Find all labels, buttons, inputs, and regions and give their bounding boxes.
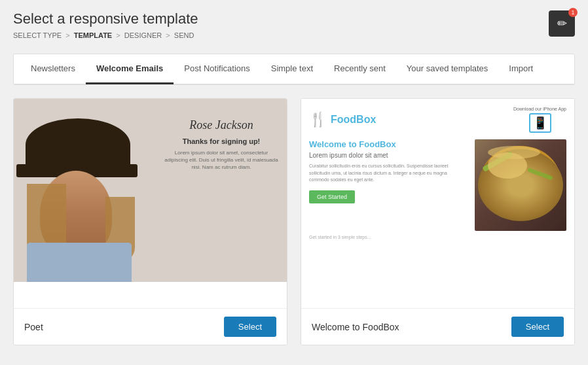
foodbox-card-footer: Welcome to FoodBox Select [301, 308, 574, 345]
breadcrumb-designer: DESIGNER [124, 31, 162, 39]
page-wrapper: Select a responsive template SELECT TYPE… [0, 0, 588, 365]
hat-top [26, 118, 130, 171]
foodbox-bottom-text: Get started in 3 simple steps... [309, 235, 566, 239]
breadcrumb-select-type: SELECT TYPE [13, 31, 62, 39]
tabs-container: Newsletters Welcome Emails Post Notifica… [13, 54, 575, 85]
bowl-illustration [478, 149, 563, 221]
pencil-icon-button[interactable]: ✏ 1 [549, 10, 575, 37]
poet-tagline: Thanks for signing up! [162, 137, 280, 145]
foodbox-header: 🍴 FoodBox Download our iPhone App 📱 [309, 107, 566, 133]
page-title: Select a responsive template [13, 10, 198, 27]
template-card-foodbox: 🍴 FoodBox Download our iPhone App 📱 Welc… [301, 98, 575, 345]
poet-template-name: Poet [24, 322, 43, 332]
foodbox-logo: 🍴 FoodBox [309, 111, 376, 128]
breadcrumb-send: SEND [174, 31, 194, 39]
download-label: Download our iPhone App [513, 107, 566, 111]
get-started-button[interactable]: Get Started [309, 190, 355, 203]
foodbox-subheadline: Lorem ipsum dolor sit amet [309, 152, 468, 159]
tabs-nav: Newsletters Welcome Emails Post Notifica… [14, 54, 574, 84]
tab-simple-text[interactable]: Simple text [261, 54, 323, 84]
tab-your-saved-templates[interactable]: Your saved templates [396, 54, 499, 84]
templates-grid: View email in browser > Rose Jackson Tha… [13, 98, 575, 345]
poet-preview: View email in browser > Rose Jackson Tha… [14, 99, 287, 308]
template-card-poet: View email in browser > Rose Jackson Tha… [13, 98, 287, 345]
tab-recently-sent[interactable]: Recently sent [323, 54, 396, 84]
tab-newsletters[interactable]: Newsletters [20, 54, 86, 84]
foodbox-brand-name: FoodBox [331, 114, 376, 126]
tab-post-notifications[interactable]: Post Notifications [174, 54, 260, 84]
foodbox-food-image [475, 139, 566, 231]
breadcrumb-sep-1: > [65, 31, 69, 39]
breadcrumb-sep-2: > [116, 31, 120, 39]
foodbox-preview: 🍴 FoodBox Download our iPhone App 📱 Welc… [301, 99, 574, 308]
foodbox-template-name: Welcome to FoodBox [312, 322, 399, 332]
breadcrumb: SELECT TYPE > TEMPLATE > DESIGNER > SEND [13, 31, 198, 39]
breadcrumb-sep-3: > [166, 31, 170, 39]
poet-lorem: Lorem ipsum dolor sit amet, consectetur … [162, 149, 280, 171]
foodbox-body: Welcome to FoodBox Lorem ipsum dolor sit… [309, 139, 566, 231]
header-area: Select a responsive template SELECT TYPE… [13, 10, 575, 50]
poet-footer-strip [14, 282, 287, 308]
foodbox-text-area: Welcome to FoodBox Lorem ipsum dolor sit… [309, 139, 468, 231]
pencil-icon: ✏ [557, 16, 567, 31]
foodbox-select-button[interactable]: Select [511, 317, 564, 337]
app-download-area: Download our iPhone App 📱 [513, 107, 566, 133]
tab-welcome-emails[interactable]: Welcome Emails [86, 54, 174, 84]
noodles-highlight [488, 146, 540, 159]
poet-signature: Rose Jackson [162, 118, 280, 132]
phone-icon: 📱 [529, 113, 551, 133]
green-garnish-1 [482, 151, 513, 172]
poet-content: Rose Jackson Thanks for signing up! Lore… [162, 118, 280, 171]
foodbox-utensils-icon: 🍴 [309, 111, 327, 128]
poet-card-footer: Poet Select [14, 308, 287, 345]
foodbox-body-text: Curabitur sollicitudin eros eu cursus so… [309, 163, 468, 184]
notification-badge: 1 [568, 8, 578, 17]
title-area: Select a responsive template SELECT TYPE… [13, 10, 198, 50]
tab-import[interactable]: Import [498, 54, 543, 84]
poet-select-button[interactable]: Select [224, 317, 276, 337]
foodbox-headline: Welcome to FoodBox [309, 139, 468, 149]
breadcrumb-template: TEMPLATE [74, 31, 112, 39]
